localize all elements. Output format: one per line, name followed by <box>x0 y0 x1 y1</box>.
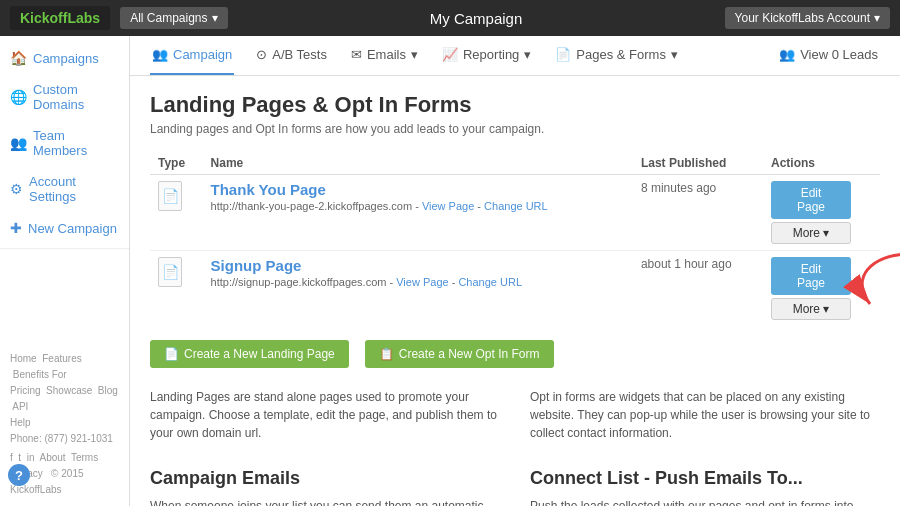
last-published-cell: about 1 hour ago <box>633 251 763 327</box>
sidebar: 🏠 Campaigns 🌐 Custom Domains 👥 Team Memb… <box>0 36 130 506</box>
logo-labs: Labs <box>67 10 100 26</box>
leads-tab-icon: 👥 <box>779 47 795 62</box>
doc-icon: 📄 <box>158 181 182 211</box>
pages-dropdown-arrow: ▾ <box>671 47 678 62</box>
landing-pages-subtitle: Landing pages and Opt In forms are how y… <box>150 122 880 136</box>
tab-emails[interactable]: ✉ Emails ▾ <box>349 36 420 75</box>
optin-desc: Opt in forms are widgets that can be pla… <box>530 388 880 452</box>
globe-icon: 🌐 <box>10 89 27 105</box>
plus-icon: ✚ <box>10 220 22 236</box>
type-cell: 📄 <box>150 175 203 251</box>
all-campaigns-button[interactable]: All Campaigns ▾ <box>120 7 227 29</box>
page-url: http://signup-page.kickoffpages.com - Vi… <box>211 276 625 288</box>
view-page-link[interactable]: View Page <box>422 200 474 212</box>
more-button-2[interactable]: More ▾ <box>771 298 851 320</box>
tab-reporting-label: Reporting <box>463 47 519 62</box>
name-cell: Signup Page http://signup-page.kickoffpa… <box>203 251 633 327</box>
page-name-link[interactable]: Signup Page <box>211 257 302 274</box>
col-type: Type <box>150 152 203 175</box>
tab-pages-forms[interactable]: 📄 Pages & Forms ▾ <box>553 36 680 75</box>
tab-campaign[interactable]: 👥 Campaign <box>150 36 234 75</box>
create-landing-icon: 📄 <box>164 347 179 361</box>
sidebar-item-team-label: Team Members <box>33 128 119 158</box>
col-last-published: Last Published <box>633 152 763 175</box>
tab-bar: 👥 Campaign ⊙ A/B Tests ✉ Emails ▾ 📈 Repo… <box>130 36 900 76</box>
sidebar-item-account-settings[interactable]: ⚙ Account Settings <box>0 166 129 212</box>
tab-view-leads-label: View 0 Leads <box>800 47 878 62</box>
edit-page-button-1[interactable]: Edit Page <box>771 181 851 219</box>
sidebar-item-campaigns[interactable]: 🏠 Campaigns <box>0 42 129 74</box>
col-name: Name <box>203 152 633 175</box>
doc-icon: 📄 <box>158 257 182 287</box>
edit-page-button-2[interactable]: Edit Page <box>771 257 851 295</box>
emails-tab-icon: ✉ <box>351 47 362 62</box>
pages-table: Type Name Last Published Actions 📄 Thank… <box>150 152 880 326</box>
landing-page-desc-text: Landing Pages are stand alone pages used… <box>150 388 500 442</box>
sidebar-item-new-label: New Campaign <box>28 221 117 236</box>
sidebar-item-domains-label: Custom Domains <box>33 82 119 112</box>
campaign-emails-title: Campaign Emails <box>150 468 500 489</box>
campaign-tab-icon: 👥 <box>152 47 168 62</box>
campaign-emails-section: Campaign Emails When someone joins your … <box>150 468 500 506</box>
table-row: 📄 Thank You Page http://thank-you-page-2… <box>150 175 880 251</box>
tab-pages-forms-label: Pages & Forms <box>576 47 666 62</box>
page-name-link[interactable]: Thank You Page <box>211 181 326 198</box>
content-area: 👥 Campaign ⊙ A/B Tests ✉ Emails ▾ 📈 Repo… <box>130 36 900 506</box>
table-row: 📄 Signup Page http://signup-page.kickoff… <box>150 251 880 327</box>
name-cell: Thank You Page http://thank-you-page-2.k… <box>203 175 633 251</box>
main-layout: 🏠 Campaigns 🌐 Custom Domains 👥 Team Memb… <box>0 36 900 506</box>
tab-reporting[interactable]: 📈 Reporting ▾ <box>440 36 533 75</box>
descriptions-row: Landing Pages are stand alone pages used… <box>150 388 880 452</box>
logo: KickoffLabs <box>10 6 110 30</box>
sidebar-item-custom-domains[interactable]: 🌐 Custom Domains <box>0 74 129 120</box>
tab-ab-tests[interactable]: ⊙ A/B Tests <box>254 36 329 75</box>
page-url: http://thank-you-page-2.kickoffpages.com… <box>211 200 625 212</box>
team-icon: 👥 <box>10 135 27 151</box>
landing-page-desc: Landing Pages are stand alone pages used… <box>150 388 500 452</box>
tab-ab-tests-label: A/B Tests <box>272 47 327 62</box>
last-published-cell: 8 minutes ago <box>633 175 763 251</box>
tab-emails-label: Emails <box>367 47 406 62</box>
home-icon: 🏠 <box>10 50 27 66</box>
actions-cell: Edit Page More ▾ <box>763 175 880 251</box>
campaign-emails-desc: When someone joins your list you can sen… <box>150 497 500 506</box>
logo-kickoff: Kickoff <box>20 10 67 26</box>
page-content: Landing Pages & Opt In Forms Landing pag… <box>130 76 900 506</box>
sidebar-item-campaigns-label: Campaigns <box>33 51 99 66</box>
change-url-link[interactable]: Change URL <box>458 276 522 288</box>
help-bubble[interactable]: ? <box>8 464 30 486</box>
sidebar-item-account-label: Account Settings <box>29 174 119 204</box>
optin-desc-text: Opt in forms are widgets that can be pla… <box>530 388 880 442</box>
view-page-link[interactable]: View Page <box>396 276 448 288</box>
more-button-1[interactable]: More ▾ <box>771 222 851 244</box>
sidebar-item-new-campaign[interactable]: ✚ New Campaign <box>0 212 129 244</box>
create-buttons-row: 📄 Create a New Landing Page 📋 Create a N… <box>150 340 880 376</box>
reporting-dropdown-arrow: ▾ <box>524 47 531 62</box>
change-url-link[interactable]: Change URL <box>484 200 548 212</box>
tab-view-leads[interactable]: 👥 View 0 Leads <box>777 36 880 75</box>
create-optin-icon: 📋 <box>379 347 394 361</box>
gear-icon: ⚙ <box>10 181 23 197</box>
col-actions: Actions <box>763 152 880 175</box>
ab-tests-tab-icon: ⊙ <box>256 47 267 62</box>
tab-campaign-label: Campaign <box>173 47 232 62</box>
create-opt-in-button[interactable]: 📋 Create a New Opt In Form <box>365 340 554 368</box>
connect-list-section: Connect List - Push Emails To... Push th… <box>530 468 880 506</box>
your-account-button[interactable]: Your KickoffLabs Account ▾ <box>725 7 890 29</box>
actions-cell-2: Edit Page More ▾ <box>763 251 880 327</box>
connect-list-desc: Push the leads collected with our pages … <box>530 497 880 506</box>
top-nav: KickoffLabs All Campaigns ▾ My Campaign … <box>0 0 900 36</box>
create-landing-page-button[interactable]: 📄 Create a New Landing Page <box>150 340 349 368</box>
sidebar-divider <box>0 248 129 249</box>
page-title: My Campaign <box>228 10 725 27</box>
sidebar-item-team-members[interactable]: 👥 Team Members <box>0 120 129 166</box>
type-cell: 📄 <box>150 251 203 327</box>
landing-pages-title: Landing Pages & Opt In Forms <box>150 92 880 118</box>
connect-list-title: Connect List - Push Emails To... <box>530 468 880 489</box>
reporting-tab-icon: 📈 <box>442 47 458 62</box>
pages-tab-icon: 📄 <box>555 47 571 62</box>
bottom-section: Campaign Emails When someone joins your … <box>150 468 880 506</box>
emails-dropdown-arrow: ▾ <box>411 47 418 62</box>
